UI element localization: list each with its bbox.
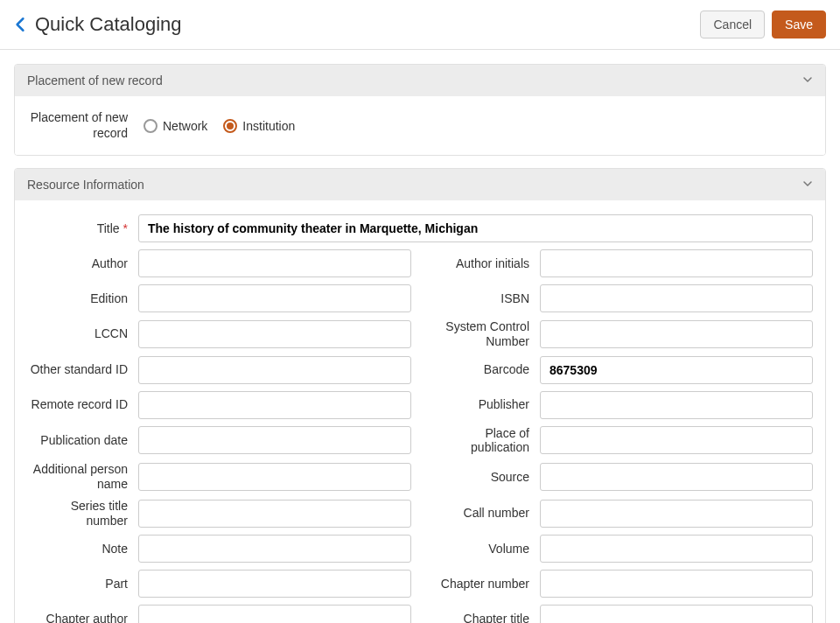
- input-author[interactable]: [138, 249, 411, 277]
- input-source[interactable]: [540, 463, 813, 491]
- input-lccn[interactable]: [138, 320, 411, 348]
- input-call-number[interactable]: [540, 500, 813, 528]
- section-placement-title: Placement of new record: [27, 74, 163, 88]
- placement-radio-group: Network Institution: [144, 119, 295, 133]
- section-resource-title: Resource Information: [27, 178, 144, 192]
- row-part: Part Chapter number: [27, 570, 813, 598]
- page-title: Quick Cataloging: [35, 13, 182, 36]
- label-publication-date: Publication date: [27, 433, 128, 448]
- label-author: Author: [27, 256, 128, 271]
- input-series-title-number[interactable]: [138, 500, 411, 528]
- radio-institution[interactable]: Institution: [223, 119, 295, 133]
- row-title: Title *: [27, 214, 813, 242]
- input-isbn[interactable]: [540, 284, 813, 312]
- header-left: Quick Cataloging: [14, 13, 182, 36]
- row-lccn: LCCN System Control Number: [27, 319, 813, 349]
- label-additional-person-name: Additional person name: [27, 462, 128, 492]
- input-author-initials[interactable]: [540, 249, 813, 277]
- input-title[interactable]: [138, 214, 813, 242]
- form-grid: Title * Author Author initials: [27, 214, 813, 623]
- section-resource: Resource Information Title * Auth: [14, 168, 826, 623]
- label-publisher: Publisher: [429, 397, 529, 412]
- label-barcode: Barcode: [429, 362, 529, 377]
- input-publisher[interactable]: [540, 391, 813, 419]
- label-author-initials: Author initials: [429, 256, 529, 271]
- label-remote-record-id: Remote record ID: [27, 397, 128, 412]
- row-series-title-number: Series title number Call number: [27, 499, 813, 528]
- input-chapter-author[interactable]: [138, 605, 411, 623]
- label-place-of-publication: Place of publication: [429, 426, 529, 456]
- page-header: Quick Cataloging Cancel Save: [0, 0, 840, 50]
- row-edition: Edition ISBN: [27, 284, 813, 312]
- label-part: Part: [27, 577, 128, 592]
- radio-network-label: Network: [163, 119, 207, 133]
- row-author: Author Author initials: [27, 249, 813, 277]
- input-remote-record-id[interactable]: [138, 391, 411, 419]
- row-additional-person: Additional person name Source: [27, 462, 813, 492]
- section-placement-header[interactable]: Placement of new record: [15, 65, 825, 96]
- label-isbn: ISBN: [429, 291, 529, 306]
- input-chapter-title[interactable]: [540, 605, 813, 623]
- input-note[interactable]: [138, 535, 411, 563]
- input-additional-person-name[interactable]: [138, 463, 411, 491]
- save-button[interactable]: Save: [772, 10, 826, 38]
- label-other-standard-id: Other standard ID: [27, 362, 128, 377]
- chevron-down-icon: [802, 74, 813, 88]
- label-chapter-title: Chapter title: [429, 612, 529, 623]
- row-publication-date: Publication date Place of publication: [27, 426, 813, 456]
- row-remote-record-id: Remote record ID Publisher: [27, 391, 813, 419]
- section-resource-body: Title * Author Author initials: [15, 200, 825, 623]
- radio-institution-label: Institution: [242, 119, 295, 133]
- label-volume: Volume: [429, 542, 529, 556]
- input-barcode[interactable]: [540, 356, 813, 384]
- label-title-text: Title: [97, 221, 120, 235]
- input-volume[interactable]: [540, 535, 813, 563]
- required-asterisk: *: [123, 221, 128, 235]
- back-arrow-icon[interactable]: [14, 17, 26, 32]
- placement-row: Placement of new record Network Institut…: [27, 110, 813, 141]
- label-system-control-number: System Control Number: [429, 319, 529, 349]
- radio-circle-icon: [144, 119, 158, 133]
- label-call-number: Call number: [429, 506, 529, 521]
- label-chapter-author: Chapter author: [27, 612, 128, 623]
- section-placement: Placement of new record Placement of new…: [14, 64, 826, 156]
- placement-label: Placement of new record: [27, 110, 128, 141]
- label-lccn: LCCN: [27, 326, 128, 341]
- input-part[interactable]: [138, 570, 411, 598]
- label-title: Title *: [27, 221, 128, 236]
- header-actions: Cancel Save: [700, 10, 826, 38]
- label-edition: Edition: [27, 291, 128, 306]
- section-resource-header[interactable]: Resource Information: [15, 169, 825, 200]
- input-chapter-number[interactable]: [540, 570, 813, 598]
- input-place-of-publication[interactable]: [540, 426, 813, 454]
- label-series-title-number: Series title number: [27, 499, 128, 528]
- label-chapter-number: Chapter number: [429, 577, 529, 592]
- label-note: Note: [27, 542, 128, 556]
- input-other-standard-id[interactable]: [138, 356, 411, 384]
- row-chapter-author: Chapter author Chapter title: [27, 605, 813, 623]
- radio-circle-checked-icon: [223, 119, 237, 133]
- section-placement-body: Placement of new record Network Institut…: [15, 96, 825, 155]
- input-publication-date[interactable]: [138, 426, 411, 454]
- row-other-standard-id: Other standard ID Barcode: [27, 356, 813, 384]
- chevron-down-icon: [802, 178, 813, 192]
- input-edition[interactable]: [138, 284, 411, 312]
- content-area: Placement of new record Placement of new…: [0, 50, 840, 623]
- radio-network[interactable]: Network: [144, 119, 207, 133]
- label-source: Source: [429, 470, 529, 485]
- cancel-button[interactable]: Cancel: [700, 10, 765, 38]
- input-system-control-number[interactable]: [540, 320, 813, 348]
- row-note: Note Volume: [27, 535, 813, 563]
